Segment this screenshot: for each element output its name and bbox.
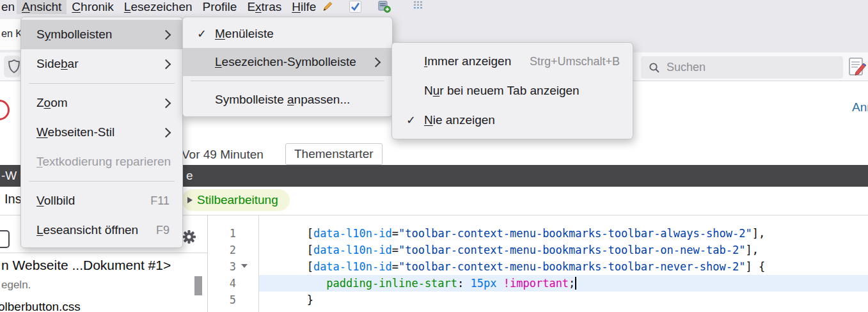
code-token: "toolbar-context-menu-bookmarks-toolbar-… — [398, 244, 745, 256]
chevron-right-icon — [371, 57, 381, 67]
login-link[interactable]: Anmelden — [852, 100, 868, 114]
menubar-item-lesezeichen[interactable]: Lesezeichen — [119, 0, 198, 14]
search-icon — [649, 62, 660, 74]
code-line[interactable]: } — [261, 292, 765, 308]
menu-item-label: Textkodierung reparieren — [36, 155, 171, 169]
tab-style-editor[interactable]: Stilbearbeitung — [182, 189, 290, 211]
import-stylesheet-icon[interactable] — [0, 230, 10, 248]
menu-item-label: Zoom — [36, 96, 68, 110]
check-icon: ✓ — [406, 113, 416, 127]
menu-item-label: Symbolleiste anpassen... — [215, 93, 350, 107]
register-document-icon[interactable] — [848, 57, 868, 81]
menu-item-label: Vollbild — [36, 194, 75, 208]
line-number: 5 — [207, 292, 236, 308]
grid-icon[interactable] — [413, 1, 424, 13]
view-menu: SymbolleistenSidebarZoomWebseiten-StilTe… — [20, 17, 183, 248]
gutter-divider — [258, 215, 259, 312]
menu-item-label: Leseansicht öffnen — [36, 223, 138, 237]
gear-icon[interactable] — [182, 230, 196, 247]
code-line[interactable]: [data-l10n-id="toolbar-context-menu-book… — [261, 258, 765, 275]
menu-item-sidebar[interactable]: Sidebar — [21, 49, 182, 79]
menu-item-nie-anzeigen[interactable]: ✓Nie anzeigen — [392, 105, 633, 135]
menu-item-label: Symbolleisten — [36, 27, 112, 42]
thread-starter-badge: Themenstarter — [285, 143, 383, 165]
menu-separator — [191, 81, 384, 81]
toolbars-submenu: ✓MenüleisteLesezeichen-SymbolleisteSymbo… — [182, 17, 393, 117]
line-number: 3 — [207, 258, 236, 275]
code-token: 15px — [471, 277, 497, 290]
code-token: data-l10n-id — [313, 260, 392, 273]
brush-icon — [187, 197, 193, 203]
checkmark-icon[interactable] — [349, 1, 361, 15]
stylesheet-filename-partial[interactable]: olberbutton.css — [0, 300, 81, 312]
menubar-item-hilfe[interactable]: Hilfe — [287, 0, 321, 14]
code-line[interactable]: [data-l10n-id="toolbar-context-menu-book… — [261, 225, 765, 242]
menu-item-symbolleiste-anpassen[interactable]: Symbolleiste anpassen... — [183, 86, 392, 114]
menu-item-vollbild[interactable]: VollbildF11 — [21, 186, 182, 215]
code-token — [497, 277, 503, 290]
menu-item-menüleiste[interactable]: ✓Menüleiste — [183, 20, 392, 48]
chevron-right-icon — [161, 98, 171, 108]
menu-item-label: Nur bei neuem Tab anzeigen — [424, 84, 580, 98]
code-token: "toolbar-context-menu-bookmarks-toolbar-… — [398, 227, 752, 240]
code-line[interactable]: padding-inline-start: 15px !important; — [261, 275, 765, 292]
menu-separator — [29, 181, 175, 182]
menu-item-label: Immer anzeigen — [424, 54, 511, 68]
menubar: AnsichtChronikLesezeichenProfileExtrasHi… — [17, 0, 321, 14]
check-icon: ✓ — [197, 27, 207, 41]
menubar-item-extras[interactable]: Extras — [242, 0, 287, 14]
code-token: data-l10n-id — [313, 244, 392, 256]
thread-title-fragment-right: e — [186, 165, 193, 187]
menubar-item-ansicht[interactable]: Ansicht — [17, 0, 67, 14]
text-cursor — [575, 277, 576, 290]
code-line[interactable]: [data-l10n-id="toolbar-context-menu-book… — [261, 242, 765, 258]
menu-item-label: Menüleiste — [215, 27, 274, 41]
code-token: [ — [261, 260, 313, 273]
menu-item-zoom[interactable]: Zoom — [21, 88, 182, 118]
stylesheet-title-partial[interactable]: n Webseite ...Dokument #1> — [1, 258, 171, 273]
post-timestamp[interactable]: Vor 49 Minuten — [182, 148, 264, 162]
code-token: [ — [261, 244, 313, 256]
scrollbar-thumb[interactable] — [194, 276, 202, 295]
tab-style-editor-label: Stilbearbeitung — [197, 193, 278, 207]
line-number: 2 — [207, 242, 236, 258]
code-token: = — [392, 260, 398, 273]
menu-item-webseiten-stil[interactable]: Webseiten-Stil — [21, 118, 182, 147]
menu-item-label: Nie anzeigen — [424, 113, 495, 127]
menu-item-symbolleisten[interactable]: Symbolleisten — [21, 20, 182, 49]
menu-item-label: Lesezeichen-Symbolleiste — [215, 55, 356, 69]
tracking-shield-button[interactable] — [4, 56, 20, 77]
search-placeholder: Suchen — [667, 61, 706, 74]
menu-item-immer-anzeigen[interactable]: Immer anzeigenStrg+Umschalt+B — [392, 47, 633, 76]
menu-item-shortcut: F11 — [138, 194, 170, 208]
pencil-icon[interactable] — [322, 1, 333, 15]
code-token: ; — [569, 277, 575, 290]
chevron-right-icon — [161, 59, 171, 69]
code-token: } — [261, 293, 313, 306]
menu-item-lesezeichen-symbolleiste[interactable]: Lesezeichen-Symbolleiste — [183, 48, 392, 76]
menu-item-shortcut: F9 — [143, 224, 170, 237]
add-page-icon[interactable] — [378, 1, 391, 15]
bookmark-toolbar-fragment: en K — [0, 19, 20, 50]
menu-item-label: Sidebar — [36, 57, 79, 71]
bookmark-label-partial[interactable]: en K — [1, 28, 22, 40]
code-editor[interactable]: [data-l10n-id="toolbar-context-menu-book… — [261, 225, 765, 308]
menubar-item-partial[interactable]: en — [1, 0, 15, 14]
menubar-item-profile[interactable]: Profile — [198, 0, 242, 14]
code-token: !important — [503, 277, 569, 290]
menu-separator — [29, 83, 175, 84]
menu-item-nur-bei-neuem-tab-anzeigen[interactable]: Nur bei neuem Tab anzeigen — [392, 76, 633, 105]
fold-arrow-icon[interactable] — [241, 264, 248, 268]
stylesheet-rule-count-partial: egeln. — [1, 279, 31, 292]
tab-inspector-partial[interactable]: Ins — [4, 192, 22, 207]
line-number: 4 — [207, 275, 236, 292]
menu-item-textkodierung-reparieren[interactable]: Textkodierung reparieren — [21, 147, 182, 176]
firefox-window: { "colors":{"accent_blue":"#0074e8","str… — [0, 0, 868, 312]
search-input[interactable]: Suchen — [641, 56, 843, 79]
chevron-right-icon — [161, 29, 171, 40]
code-token — [261, 277, 326, 290]
menu-item-leseansicht-öffnen[interactable]: Leseansicht öffnenF9 — [21, 215, 182, 245]
menubar-item-chronik[interactable]: Chronik — [67, 0, 118, 14]
code-token: [ — [261, 227, 313, 240]
code-token: : — [457, 277, 470, 290]
